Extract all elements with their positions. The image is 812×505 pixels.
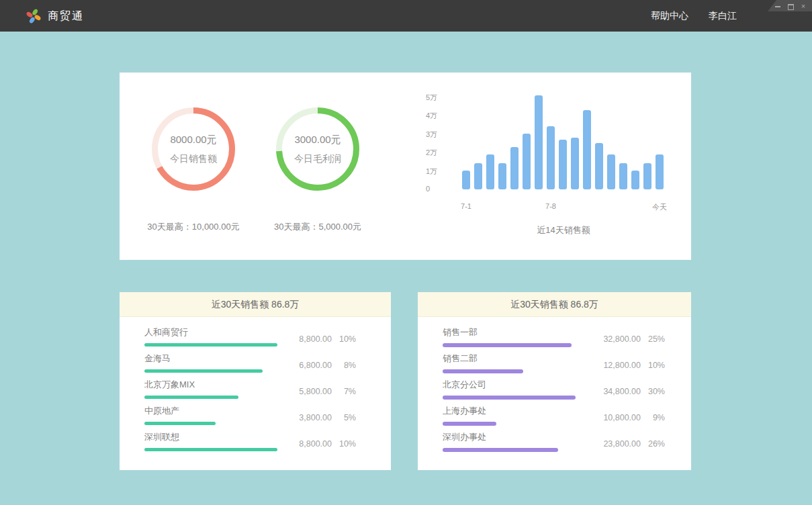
bar: [656, 154, 664, 189]
today-sales-value: 8000.00元: [170, 134, 216, 146]
progress-bar: [144, 369, 263, 373]
progress-bar: [443, 422, 496, 426]
sales-30day-max: 30天最高：10,000.00元: [147, 221, 239, 233]
row-numbers: 8,800.0010%: [279, 334, 356, 344]
sales-14day-bar-chart: 01万2万3万4万5万 7-17-8今天 近14天销售额: [415, 86, 680, 250]
progress-bar: [144, 396, 238, 399]
bar: [607, 154, 615, 189]
maximize-icon[interactable]: [787, 3, 794, 9]
bar: [631, 171, 639, 189]
departments-card-title: 近30天销售额 86.8万: [418, 292, 691, 317]
help-center-link[interactable]: 帮助中心: [651, 10, 688, 22]
x-tick-label: 7-8: [545, 202, 556, 210]
row-numbers: 3,800.005%: [279, 413, 356, 422]
y-tick-label: 5万: [426, 93, 456, 103]
list-item: 北京分公司34,800.0030%: [443, 378, 665, 404]
row-percent: 25%: [641, 334, 665, 344]
row-value: 12,800.00: [588, 361, 641, 370]
x-tick-label: 今天: [652, 202, 667, 212]
row-numbers: 32,800.0025%: [588, 334, 665, 344]
row-value: 5,800.00: [279, 387, 332, 396]
list-item: 销售一部32,800.0025%: [443, 326, 665, 352]
progress-bar: [144, 448, 277, 451]
app-logo-pinwheel-icon: [26, 8, 42, 24]
row-percent: 5%: [332, 413, 356, 422]
current-user-link[interactable]: 李白江: [709, 10, 737, 22]
customers-card-title: 近30天销售额 86.8万: [120, 292, 391, 317]
bar: [510, 147, 518, 189]
row-value: 3,800.00: [279, 413, 332, 422]
list-item: 人和商贸行8,800.0010%: [144, 326, 356, 352]
list-item: 北京万象MIX5,800.007%: [144, 378, 356, 404]
bar: [583, 110, 591, 189]
bar: [619, 163, 627, 189]
today-profit-donut: 3000.00元 今日毛利润: [275, 107, 360, 191]
list-item: 销售二部12,800.0010%: [443, 352, 665, 378]
today-profit-gauge: 3000.00元 今日毛利润 30天最高：5,000.00元: [247, 107, 388, 233]
bar: [462, 171, 470, 189]
donut-center-text: 3000.00元 今日毛利润: [275, 107, 360, 191]
row-percent: 10%: [641, 361, 665, 370]
x-tick-label: 7-1: [461, 202, 471, 210]
today-profit-value: 3000.00元: [294, 134, 341, 146]
bar: [523, 134, 531, 189]
bar: [595, 143, 603, 189]
row-percent: 8%: [332, 361, 356, 370]
customers-ranking-card: 近30天销售额 86.8万 人和商贸行8,800.0010%金海马6,800.0…: [120, 292, 391, 470]
row-value: 8,800.00: [279, 334, 332, 344]
today-profit-label: 今日毛利润: [294, 153, 341, 165]
desktop-background: { "header": { "brand": "商贸通", "help_cent…: [0, 0, 812, 505]
row-value: 10,800.00: [588, 413, 641, 422]
window-controls: ×: [768, 0, 812, 11]
row-percent: 10%: [332, 439, 356, 449]
progress-bar: [144, 343, 277, 347]
bar: [571, 138, 579, 189]
today-sales-label: 今日销售额: [170, 153, 217, 165]
chart-title: 近14天销售额: [462, 224, 665, 236]
row-value: 34,800.00: [588, 387, 641, 396]
y-tick-label: 3万: [426, 130, 456, 140]
departments-ranking-card: 近30天销售额 86.8万 销售一部32,800.0025%销售二部12,800…: [418, 292, 691, 470]
bar: [643, 163, 651, 189]
bar: [474, 163, 482, 189]
list-item: 深圳联想8,800.0010%: [144, 430, 356, 457]
close-icon[interactable]: ×: [800, 3, 807, 9]
progress-bar: [144, 422, 216, 425]
customers-list: 人和商贸行8,800.0010%金海马6,800.008%北京万象MIX5,80…: [120, 317, 391, 457]
progress-bar: [443, 396, 576, 400]
row-percent: 30%: [641, 387, 665, 396]
progress-bar: [443, 369, 523, 373]
list-item: 上海办事处10,800.009%: [443, 404, 665, 430]
row-numbers: 12,800.0010%: [588, 361, 665, 370]
row-numbers: 34,800.0030%: [588, 387, 665, 396]
y-tick-label: 1万: [426, 167, 456, 177]
row-percent: 7%: [332, 387, 356, 396]
row-value: 8,800.00: [279, 439, 332, 449]
list-item: 深圳办事处23,800.0026%: [443, 430, 665, 457]
row-numbers: 8,800.0010%: [279, 439, 356, 449]
y-tick-label: 0: [426, 185, 456, 193]
y-tick-label: 4万: [426, 111, 456, 121]
minimize-icon[interactable]: [774, 3, 781, 9]
row-numbers: 5,800.007%: [279, 387, 356, 396]
list-item: 中原地产3,800.005%: [144, 404, 356, 430]
row-numbers: 6,800.008%: [279, 361, 356, 370]
app-title: 商贸通: [48, 0, 84, 32]
bar: [486, 154, 494, 189]
row-value: 6,800.00: [279, 361, 332, 370]
row-percent: 26%: [641, 439, 665, 449]
row-numbers: 23,800.0026%: [588, 439, 665, 449]
bar: [559, 140, 567, 189]
list-item: 金海马6,800.008%: [144, 352, 356, 378]
progress-bar: [443, 448, 558, 452]
appbar-right-group: 帮助中心 李白江: [651, 0, 737, 32]
bar-series: [462, 86, 665, 189]
row-value: 32,800.00: [588, 334, 641, 344]
today-sales-gauge: 8000.00元 今日销售额 30天最高：10,000.00元: [123, 107, 264, 233]
row-percent: 9%: [641, 413, 665, 422]
row-numbers: 10,800.009%: [588, 413, 665, 422]
progress-bar: [443, 343, 572, 347]
bar: [498, 163, 506, 189]
row-percent: 10%: [332, 334, 356, 344]
donut-center-text: 8000.00元 今日销售额: [151, 107, 236, 191]
